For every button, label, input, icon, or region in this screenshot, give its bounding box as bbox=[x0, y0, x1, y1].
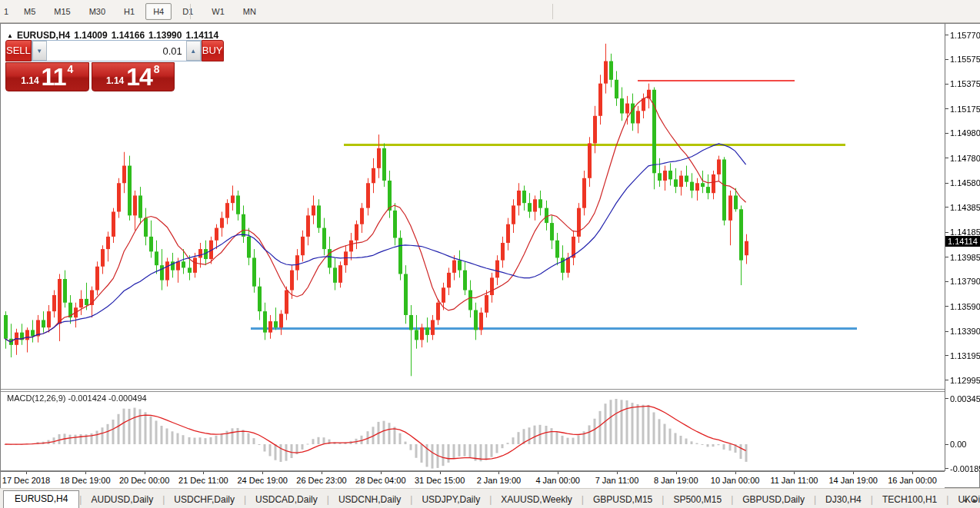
volume-stepper: ▼ ▲ bbox=[32, 40, 202, 61]
timeframe-button-1[interactable]: 1 bbox=[2, 3, 13, 20]
macd-tick-label: 0.00 bbox=[950, 440, 966, 449]
time-tick-label: 10 Jan 00:00 bbox=[711, 476, 760, 485]
chart-tab-gbpusd-m15[interactable]: GBPUSD,M15 bbox=[584, 492, 662, 508]
sell-price-big: 11 bbox=[42, 65, 66, 88]
chart-window: ▲ EURUSD,H4 1.14009 1.14166 1.13990 1.14… bbox=[0, 23, 980, 488]
time-tick bbox=[26, 472, 27, 474]
sell-button[interactable]: SELL bbox=[5, 40, 32, 61]
close-value: 1.14114 bbox=[185, 30, 218, 41]
chart-tab-dj30-h4[interactable]: DJ30,H4 bbox=[816, 492, 871, 508]
time-tick bbox=[145, 472, 145, 474]
price-tick-label: 1.15175 bbox=[950, 105, 980, 114]
one-click-trading-widget: SELL ▼ ▲ BUY 1.14 11 4 1.14 14 8 bbox=[5, 40, 175, 91]
time-tick bbox=[322, 472, 322, 474]
time-tick-label: 7 Jan 11:00 bbox=[595, 476, 639, 485]
price-tick-label: 1.13985 bbox=[950, 253, 980, 262]
time-tick-label: 8 Jan 19:00 bbox=[654, 476, 698, 485]
buy-price-panel[interactable]: 1.14 14 8 bbox=[92, 62, 175, 91]
timeframe-button-mn[interactable]: MN bbox=[235, 3, 264, 20]
time-tick bbox=[617, 472, 618, 474]
time-tick bbox=[262, 472, 263, 474]
buy-price-big: 14 bbox=[126, 65, 152, 88]
macd-tick bbox=[945, 468, 948, 469]
toolbar-separator bbox=[190, 4, 191, 19]
tab-scroll-left-icon[interactable]: ◂ bbox=[963, 496, 967, 504]
price-tick bbox=[945, 281, 948, 282]
chart-tab-xauusd-weekly[interactable]: XAUUSD,Weekly bbox=[492, 492, 581, 508]
price-tick bbox=[945, 183, 948, 184]
price-tick-label: 1.14780 bbox=[950, 154, 980, 163]
chart-tab-usdjpy-daily[interactable]: USDJPY,Daily bbox=[412, 492, 489, 508]
time-tick-label: 17 Dec 2018 bbox=[2, 476, 50, 485]
macd-tick-label: 0.003452 bbox=[950, 394, 980, 403]
low-value: 1.13990 bbox=[148, 30, 182, 41]
price-tick-label: 1.12995 bbox=[950, 376, 980, 385]
chart-tab-sp500-m15[interactable]: SP500,M15 bbox=[664, 492, 731, 508]
toolbar-separator bbox=[552, 4, 553, 19]
price-tick bbox=[945, 158, 948, 158]
timeframe-button-h4[interactable]: H4 bbox=[145, 3, 172, 20]
sell-price-panel[interactable]: 1.14 11 4 bbox=[5, 62, 89, 91]
price-tick bbox=[945, 355, 948, 356]
chart-tab-eurusd-h4[interactable]: EURUSD,H4 bbox=[3, 490, 79, 508]
tab-scroll-buttons: ◂ ▸ bbox=[963, 496, 977, 504]
chart-tab-usdcad-daily[interactable]: USDCAD,Daily bbox=[246, 492, 327, 508]
time-tick bbox=[498, 472, 499, 474]
price-tick-label: 1.13390 bbox=[950, 327, 980, 336]
chart-ohlc-header: ▲ EURUSD,H4 1.14009 1.14166 1.13990 1.14… bbox=[7, 30, 218, 41]
chart-tab-tech100-h1[interactable]: TECH100,H1 bbox=[873, 492, 946, 508]
price-tick-label: 1.15770 bbox=[950, 31, 980, 40]
timeframe-button-w1[interactable]: W1 bbox=[204, 3, 232, 20]
timeframe-button-m15[interactable]: M15 bbox=[46, 3, 78, 20]
sell-price-sup: 4 bbox=[67, 63, 73, 74]
price-tick bbox=[945, 257, 948, 257]
timeframe-buttons: 1M5M15M30H1H4D1W1MN bbox=[0, 3, 265, 20]
time-tick-label: 18 Dec 19:00 bbox=[60, 476, 110, 485]
volume-input[interactable] bbox=[47, 41, 186, 61]
chart-tab-bar: EURUSD,H4|AUDUSD,Daily|USDCHF,Daily|USDC… bbox=[0, 488, 980, 508]
current-price-badge: 1.14114 bbox=[945, 236, 980, 247]
mt4-terminal: { "toolbar": { "timeframes": ["1", "M5",… bbox=[0, 0, 980, 508]
price-tick bbox=[945, 133, 948, 134]
macd-indicator-label: MACD(12,26,9) -0.001424 -0.000494 bbox=[7, 393, 147, 403]
timeframe-button-h1[interactable]: H1 bbox=[116, 3, 142, 20]
chart-tab-audusd-daily[interactable]: AUDUSD,Daily bbox=[82, 492, 162, 508]
time-tick bbox=[735, 472, 736, 474]
chart-tab-usdchf-daily[interactable]: USDCHF,Daily bbox=[165, 492, 244, 508]
price-tick-label: 1.14385 bbox=[950, 203, 980, 212]
price-tick bbox=[945, 108, 948, 109]
price-tick-label: 1.15575 bbox=[950, 55, 980, 64]
price-tick-label: 1.14980 bbox=[950, 128, 980, 138]
chart-tab-gbpusd-daily[interactable]: GBPUSD,Daily bbox=[733, 492, 814, 508]
time-tick bbox=[558, 472, 558, 474]
price-axis[interactable]: 1.157701.155751.153751.151751.149801.147… bbox=[945, 24, 980, 471]
one-click-trading-toggle-icon[interactable]: ▲ bbox=[7, 32, 13, 39]
time-tick bbox=[381, 472, 382, 474]
time-tick bbox=[203, 472, 204, 474]
sell-price-prefix: 1.14 bbox=[21, 73, 38, 88]
timeframe-button-d1[interactable]: D1 bbox=[175, 3, 201, 20]
price-tick bbox=[945, 306, 948, 307]
time-tick-label: 16 Jan 00:00 bbox=[888, 476, 937, 485]
timeframe-button-m30[interactable]: M30 bbox=[82, 3, 113, 20]
timeframe-button-m5[interactable]: M5 bbox=[16, 3, 43, 20]
price-tick-label: 1.13590 bbox=[950, 302, 980, 311]
volume-decrease-icon[interactable]: ▼ bbox=[32, 41, 47, 61]
macd-tick bbox=[945, 398, 948, 399]
time-tick bbox=[912, 472, 913, 474]
symbol-label: EURUSD,H4 bbox=[17, 30, 70, 41]
tab-scroll-right-icon[interactable]: ▸ bbox=[973, 496, 977, 504]
time-tick-label: 21 Dec 11:00 bbox=[178, 476, 228, 485]
timeframe-toolbar: 1M5M15M30H1H4D1W1MN bbox=[0, 0, 980, 23]
time-tick-label: 24 Dec 19:00 bbox=[237, 476, 287, 485]
price-tick-label: 1.13790 bbox=[950, 277, 980, 286]
time-tick-label: 4 Jan 00:00 bbox=[535, 476, 580, 485]
buy-button[interactable]: BUY bbox=[202, 40, 224, 61]
volume-increase-icon[interactable]: ▲ bbox=[186, 41, 201, 61]
price-tick-label: 1.15375 bbox=[950, 79, 980, 88]
price-tick bbox=[945, 380, 948, 380]
chart-tab-usdcnh-daily[interactable]: USDCNH,Daily bbox=[329, 492, 410, 508]
time-axis[interactable]: 17 Dec 201818 Dec 19:0020 Dec 00:0021 De… bbox=[1, 471, 945, 488]
price-tick-label: 1.14580 bbox=[950, 178, 980, 188]
macd-main-value: -0.001424 bbox=[68, 393, 106, 403]
